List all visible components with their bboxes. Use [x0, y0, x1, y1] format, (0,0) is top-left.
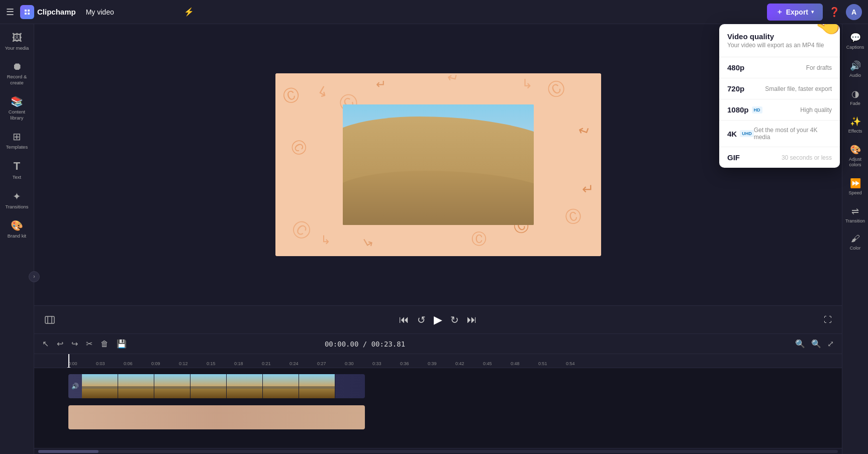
speed-label: Speed: [848, 190, 861, 196]
dune-foreground: [343, 171, 534, 225]
ruler-ticks: 0:00 0:03 0:06 0:09 0:12 0:15 0:18 0:21 …: [68, 354, 808, 368]
clip-trim-button[interactable]: [44, 314, 55, 325]
quality-option-4k[interactable]: 4K UHD Get the most of your 4K media: [719, 121, 840, 147]
redo-button[interactable]: ↪: [69, 337, 80, 351]
topbar: ☰ Clipchamp ⚡ ＋ Export ▾ ❓ A: [0, 0, 868, 24]
right-tool-captions[interactable]: 💬 Captions: [844, 28, 866, 54]
templates-icon: ⊞: [13, 131, 21, 143]
audio-label: Audio: [849, 73, 861, 78]
sidebar-collapse-btn[interactable]: ›: [29, 271, 40, 282]
quality-option-1080p[interactable]: 1080p HD High quality: [719, 99, 840, 121]
transitions-icon: ✦: [13, 190, 21, 202]
zoom-in-button[interactable]: 🔍: [809, 337, 823, 351]
fullscreen-button[interactable]: ⛶: [824, 315, 832, 324]
sidebar-item-transitions[interactable]: ✦ Transitions: [3, 186, 31, 213]
captions-label: Captions: [846, 45, 864, 50]
svg-text:↳: ↳: [321, 233, 331, 247]
right-tool-speed[interactable]: ⏩ Speed: [844, 174, 866, 200]
skip-forward-button[interactable]: ⏭: [467, 314, 477, 325]
your-media-label: Your media: [5, 45, 29, 51]
right-tool-effects[interactable]: ✨ Effects: [844, 112, 866, 138]
inner-video-frame: [343, 104, 534, 225]
overlay-track-row: [34, 403, 842, 431]
sidebar-item-content-library[interactable]: 📚 Content library: [3, 91, 31, 125]
right-tool-color[interactable]: 🖌 Color: [844, 230, 866, 255]
undo-button[interactable]: ↩: [55, 337, 65, 351]
effects-icon: ✨: [850, 116, 861, 127]
quality-dropdown-title: Video quality: [727, 32, 832, 41]
playhead-line: [68, 354, 69, 368]
sidebar-item-templates[interactable]: ⊞ Templates: [3, 127, 31, 154]
skip-back-button[interactable]: ⏮: [399, 314, 409, 325]
scrollbar-thumb[interactable]: [38, 450, 99, 453]
timeline-ruler: 0:00 0:03 0:06 0:09 0:12 0:15 0:18 0:21 …: [34, 354, 842, 368]
right-tool-transition[interactable]: ⇌ Transition: [844, 202, 866, 228]
help-icon[interactable]: ❓: [829, 7, 840, 18]
left-sidebar: 🖼 Your media ⏺ Record & create 📚 Content…: [0, 24, 34, 454]
select-tool-button[interactable]: ↖: [40, 337, 51, 351]
video-title-input[interactable]: [82, 6, 178, 18]
sidebar-item-your-media[interactable]: 🖼 Your media: [3, 28, 31, 55]
video-preview: Ⓒ ↳ Ⓒ ↵ Ⓒ Ⓒ ↵ ↳ Ⓒ ↵ Ⓒ ↳ Ⓒ ↵ Ⓒ: [275, 73, 601, 256]
timeline-zoom-controls: 🔍 🔍 ⤢: [793, 337, 836, 351]
video-quality-dropdown: Video quality Your video will export as …: [719, 24, 840, 168]
timecode-total: 00:23.81: [371, 340, 405, 348]
video-background: Ⓒ ↳ Ⓒ ↵ Ⓒ Ⓒ ↵ ↳ Ⓒ ↵ Ⓒ ↳ Ⓒ ↵ Ⓒ: [275, 73, 601, 256]
quality-options-list: 480p For drafts 720p Smaller file, faste…: [719, 57, 840, 168]
quality-option-480p[interactable]: 480p For drafts: [719, 57, 840, 78]
zoom-out-button[interactable]: 🔍: [793, 337, 807, 351]
quality-option-gif[interactable]: GIF 30 seconds or less: [719, 147, 840, 168]
quality-4k-badge: UHD: [740, 130, 754, 137]
svg-text:↵: ↵: [582, 181, 594, 197]
adjust-colors-label: Adjust colors: [846, 157, 864, 168]
overlay-clip[interactable]: [68, 405, 365, 429]
sidebar-item-text[interactable]: T Text: [3, 156, 31, 184]
timeline-scrollbar: [34, 448, 842, 454]
right-tool-audio[interactable]: 🔊 Audio: [844, 56, 866, 82]
magic-wand-icon[interactable]: ⚡: [184, 7, 194, 17]
play-button[interactable]: ▶: [434, 313, 442, 326]
quality-gif-left: GIF: [727, 153, 740, 162]
hamburger-icon[interactable]: ☰: [6, 7, 14, 18]
video-track-content: 🔊: [68, 374, 842, 398]
quality-1080p-left: 1080p HD: [727, 105, 762, 114]
scrollbar-track: [38, 450, 838, 453]
clip-thumb-7: [299, 374, 335, 398]
quality-4k-name: 4K: [727, 130, 737, 138]
quality-480p-name: 480p: [727, 63, 744, 72]
right-tool-fade[interactable]: ◑ Fade: [844, 84, 866, 110]
your-media-icon: 🖼: [12, 32, 22, 44]
record-label: Record & create: [5, 74, 29, 85]
video-clip[interactable]: 🔊: [68, 374, 365, 398]
cut-button[interactable]: ✂: [84, 337, 94, 351]
avatar[interactable]: A: [846, 4, 862, 20]
export-label: Export: [786, 8, 808, 16]
quality-option-720p[interactable]: 720p Smaller file, faster export: [719, 78, 840, 99]
text-icon: T: [14, 160, 20, 173]
delete-button[interactable]: 🗑: [99, 337, 111, 351]
right-tool-adjust-colors[interactable]: 🎨 Adjust colors: [844, 140, 866, 172]
timecode-current: 00:00.00: [325, 340, 358, 348]
fade-label: Fade: [850, 101, 860, 106]
forward-button[interactable]: ↻: [450, 314, 459, 326]
export-plus-icon: ＋: [776, 8, 783, 17]
topbar-right: ＋ Export ▾ ❓ A: [767, 4, 862, 21]
clip-thumb-4: [190, 374, 227, 398]
fade-icon: ◑: [851, 88, 859, 99]
quality-4k-desc: Get the most of your 4K media: [754, 127, 832, 141]
overlay-track-content: [68, 405, 842, 429]
rewind-button[interactable]: ↺: [417, 314, 426, 326]
save-button[interactable]: 💾: [115, 337, 129, 351]
fit-to-window-button[interactable]: ⤢: [825, 337, 836, 351]
clip-thumb-5: [227, 374, 263, 398]
export-button[interactable]: ＋ Export ▾: [767, 4, 823, 21]
speed-icon: ⏩: [850, 178, 861, 189]
timecode-display: 00:00.00 / 00:23.81: [325, 340, 405, 348]
sidebar-item-brand-kit[interactable]: 🎨 Brand kit: [3, 215, 31, 243]
quality-480p-desc: For drafts: [806, 64, 832, 71]
transitions-label: Transitions: [5, 204, 28, 209]
sidebar-item-record[interactable]: ⏺ Record & create: [3, 57, 31, 89]
quality-dropdown-subtitle: Your video will export as an MP4 file: [727, 42, 832, 49]
export-chevron-icon: ▾: [811, 9, 814, 15]
svg-rect-18: [45, 316, 54, 323]
